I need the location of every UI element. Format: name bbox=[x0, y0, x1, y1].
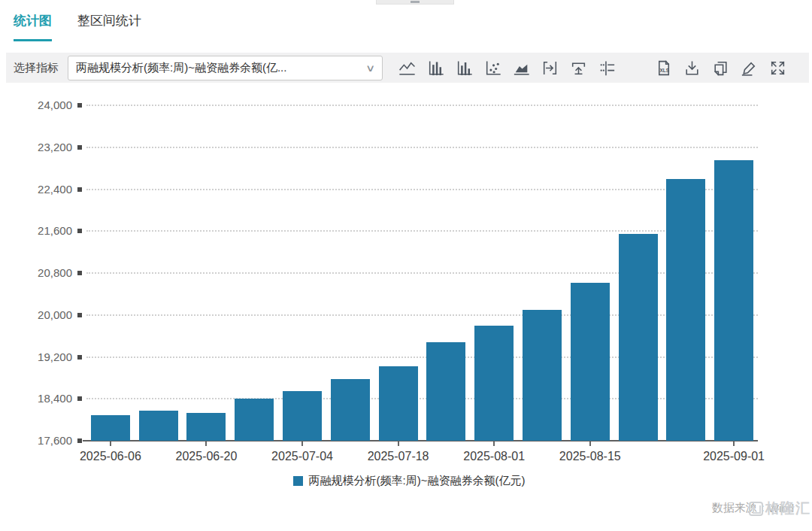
bar[interactable] bbox=[571, 283, 610, 441]
y-axis-tick-label: 23,200 bbox=[15, 141, 72, 153]
y-axis-tick-marker bbox=[77, 103, 82, 108]
y-axis-tick-marker bbox=[77, 313, 82, 317]
y-axis-tick-label: 19,200 bbox=[15, 350, 72, 363]
x-axis-tick-label: 2025-07-04 bbox=[257, 450, 347, 463]
bar-chart-plot-area: 17,60018,40019,20020,00020,80021,60022,4… bbox=[0, 0, 812, 531]
y-gridline bbox=[86, 105, 758, 106]
x-axis-tick-label: 2025-08-01 bbox=[449, 450, 539, 463]
bar[interactable] bbox=[186, 413, 226, 441]
y-axis-tick-label: 21,600 bbox=[15, 224, 72, 237]
bar[interactable] bbox=[379, 366, 418, 441]
x-axis-tick-label: 2025-07-18 bbox=[353, 450, 444, 463]
x-axis-tick-label: 2025-06-20 bbox=[161, 450, 251, 463]
bar[interactable] bbox=[523, 310, 562, 441]
y-axis-tick-label: 17,600 bbox=[15, 434, 72, 447]
bar[interactable] bbox=[666, 179, 705, 441]
data-source-note: 数据来源： Wind 格隆汇 bbox=[712, 501, 794, 515]
y-axis-tick-label: 20,000 bbox=[15, 308, 72, 321]
y-gridline bbox=[86, 230, 758, 232]
data-source-value: Wind bbox=[768, 502, 794, 514]
y-axis-tick-marker bbox=[77, 271, 82, 275]
bar[interactable] bbox=[235, 399, 274, 441]
x-axis-tick bbox=[205, 441, 207, 446]
x-axis-tick-label: 2025-08-15 bbox=[545, 450, 635, 463]
y-axis-tick-marker bbox=[77, 438, 82, 443]
margin-trading-chart-page: 统计图 整区间统计 选择指标 两融规模分析(频率:周)~融资融券余额(亿... … bbox=[0, 0, 812, 531]
y-axis-tick-marker bbox=[77, 187, 82, 192]
legend-swatch bbox=[293, 476, 303, 486]
data-source-label: 数据来源： bbox=[712, 501, 768, 515]
bar[interactable] bbox=[283, 391, 322, 441]
x-axis-tick-label: 2025-09-01 bbox=[689, 450, 779, 463]
x-axis-tick bbox=[493, 441, 495, 446]
y-axis-tick-label: 22,400 bbox=[15, 183, 72, 196]
x-axis-tick bbox=[301, 441, 303, 446]
x-axis-tick bbox=[398, 441, 399, 446]
y-gridline bbox=[86, 189, 758, 190]
bar[interactable] bbox=[139, 411, 178, 441]
bar[interactable] bbox=[331, 379, 370, 441]
x-axis-tick bbox=[110, 441, 111, 446]
y-axis-tick-marker bbox=[77, 396, 82, 401]
y-axis-tick-label: 18,400 bbox=[15, 392, 72, 405]
bar[interactable] bbox=[474, 326, 514, 441]
bar[interactable] bbox=[91, 415, 130, 441]
legend-label: 两融规模分析(频率:周)~融资融券余额(亿元) bbox=[309, 474, 526, 488]
x-axis-tick-label: 2025-06-06 bbox=[65, 450, 156, 463]
chart-legend[interactable]: 两融规模分析(频率:周)~融资融券余额(亿元) bbox=[0, 474, 812, 488]
y-axis-tick-marker bbox=[77, 145, 82, 150]
y-gridline bbox=[86, 147, 758, 148]
bar[interactable] bbox=[714, 160, 753, 441]
y-axis-tick-marker bbox=[77, 229, 82, 233]
y-axis-tick-marker bbox=[77, 355, 82, 360]
y-axis-tick-label: 20,800 bbox=[15, 266, 72, 279]
x-axis-tick bbox=[589, 441, 591, 446]
bar[interactable] bbox=[619, 234, 658, 441]
bar[interactable] bbox=[426, 342, 465, 441]
x-axis-tick bbox=[733, 441, 735, 446]
y-axis-tick-label: 24,000 bbox=[15, 99, 72, 111]
